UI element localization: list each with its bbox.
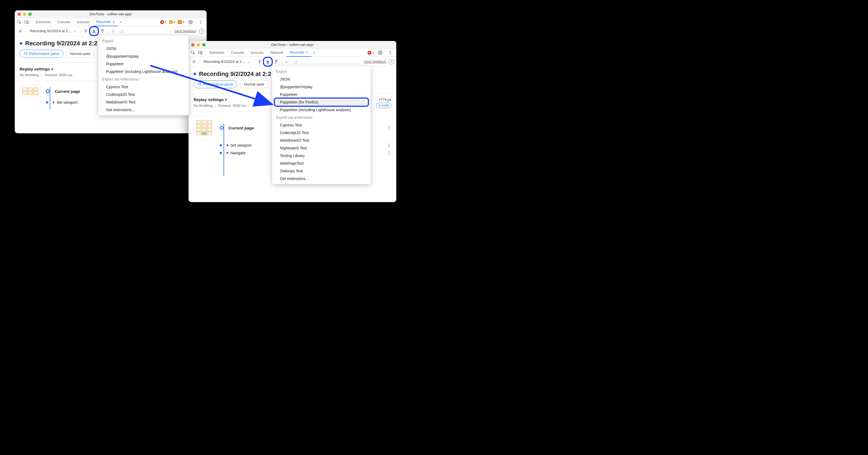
export-cypress[interactable]: Cypress Test <box>272 121 371 129</box>
export-json[interactable]: JSON <box>98 45 189 53</box>
export-codecept[interactable]: CodeceptJS Test <box>98 91 189 98</box>
export-menu-header: Export <box>98 37 189 45</box>
export-webdriverio[interactable]: WebdriverIO Test <box>272 136 371 144</box>
warning-count-badge[interactable]: ▲4 <box>169 20 176 24</box>
export-json[interactable]: JSON <box>272 75 371 83</box>
performance-panel-button[interactable]: Performance panel <box>20 50 63 58</box>
recording-indicator-icon <box>20 42 23 45</box>
replay-icon[interactable] <box>110 28 117 34</box>
export-menu[interactable]: Export JSON @puppeteer/replay Puppeteer … <box>272 66 371 184</box>
step-icon[interactable] <box>118 28 125 34</box>
export-codecept[interactable]: CodeceptJS Test <box>272 129 371 136</box>
new-recording-icon[interactable] <box>17 28 24 34</box>
kebab-menu-icon[interactable] <box>197 19 204 26</box>
step-navigate[interactable]: Navigate <box>227 151 245 155</box>
timeline-dot-icon <box>220 144 222 147</box>
tab-sources[interactable]: Sources <box>73 18 93 26</box>
delete-icon[interactable] <box>99 28 105 34</box>
close-tab-icon[interactable]: × <box>113 20 115 24</box>
delete-icon[interactable] <box>273 59 279 65</box>
export-puppeteer-lighthouse[interactable]: Puppeteer (including Lighthouse analysis… <box>98 68 189 75</box>
tab-recorder[interactable]: Recorder × <box>93 18 118 26</box>
export-puppeteer[interactable]: Puppeteer <box>98 60 189 68</box>
show-code-button[interactable]: w code <box>376 103 391 108</box>
export-cypress[interactable]: Cypress Test <box>98 83 189 91</box>
performance-panel-button[interactable]: Performance panel <box>193 80 237 88</box>
speed-select[interactable]: Normal spee <box>66 50 95 58</box>
help-icon[interactable]: ? <box>389 59 394 64</box>
window-titlebar: DevTools - coffee-cart.app/ <box>15 10 207 18</box>
export-nightwatch[interactable]: Nightwatch Test <box>272 144 371 152</box>
new-recording-icon[interactable] <box>191 59 197 65</box>
export-menu[interactable]: Export JSON @puppeteer/replay Puppeteer … <box>98 35 189 115</box>
step-menu-icon[interactable] <box>386 143 391 148</box>
step-menu-icon[interactable] <box>386 125 391 130</box>
export-puppeteer-firefox[interactable]: Puppeteer (for Firefox) <box>272 98 371 106</box>
timeline-dot-icon <box>220 126 223 130</box>
export-webdriverio[interactable]: WebdriverIO Test <box>98 98 189 106</box>
step-set-viewport[interactable]: Set viewport <box>227 143 251 148</box>
gauge-icon <box>197 83 202 86</box>
tab-elements[interactable]: Elements <box>33 18 54 26</box>
send-feedback-link[interactable]: Send feedback <box>364 60 386 64</box>
settings-gear-icon[interactable] <box>187 19 194 26</box>
export-get-extensions[interactable]: Get extensions… <box>98 106 189 113</box>
replay-settings-header[interactable]: Replay settings <box>193 97 246 102</box>
error-count-badge[interactable]: ✕1 <box>160 20 166 24</box>
export-webpagetest[interactable]: WebPageTest <box>272 160 371 167</box>
tab-sources[interactable]: Sources <box>247 48 267 57</box>
kebab-menu-icon[interactable] <box>386 49 394 56</box>
recording-select-label: Recording 9/2/2024 at 2:… <box>30 29 72 33</box>
export-puppeteer[interactable]: Puppeteer <box>272 91 371 98</box>
export-ext-header: Export via extensions <box>272 113 371 121</box>
tab-recorder[interactable]: Recorder × <box>286 48 312 57</box>
tab-console[interactable]: Console <box>228 48 247 57</box>
help-icon[interactable]: ? <box>199 28 205 34</box>
step-menu-icon[interactable] <box>386 151 391 155</box>
import-icon[interactable] <box>83 28 89 34</box>
tab-console[interactable]: Console <box>54 18 73 26</box>
step-current-page[interactable]: Current page <box>55 89 80 94</box>
speed-select-label: Normal spee <box>70 52 90 56</box>
inspect-icon[interactable] <box>190 49 197 56</box>
export-puppeteer-replay[interactable]: @puppeteer/replay <box>98 53 189 60</box>
expand-icon <box>225 98 227 101</box>
export-puppeteer-lighthouse[interactable]: Puppeteer (including Lighthouse analysis… <box>272 106 371 113</box>
export-testing-library[interactable]: Testing Library <box>272 152 371 160</box>
device-toolbar-icon[interactable] <box>23 19 30 26</box>
speed-select[interactable]: Normal spee <box>240 80 268 88</box>
device-toolbar-icon[interactable] <box>197 49 204 56</box>
export-owloops[interactable]: Owloops Test <box>272 167 371 175</box>
timeline-dot-icon <box>220 152 222 154</box>
send-feedback-link[interactable]: Send feedback <box>174 29 196 33</box>
import-icon[interactable] <box>256 59 263 65</box>
tab-recorder-label: Recorder <box>290 50 304 54</box>
error-count-badge[interactable]: ✕1 <box>368 51 374 55</box>
recording-select[interactable]: Recording 9/2/2024 at 2:… ⌄ <box>202 60 252 64</box>
tab-elements[interactable]: Elements <box>206 48 228 57</box>
expand-icon <box>227 144 229 147</box>
more-tabs-icon[interactable]: » <box>312 51 317 55</box>
close-tab-icon[interactable]: × <box>306 50 308 55</box>
step-current-page[interactable]: Current page <box>228 126 254 130</box>
replay-settings-summary: No throttling | Timeout: 5000 ms <box>193 103 246 108</box>
window-titlebar: DevTools - coffee-cart.app/ <box>189 41 396 48</box>
export-puppeteer-replay[interactable]: @puppeteer/replay <box>272 83 371 91</box>
step-set-viewport[interactable]: Set viewport <box>53 100 78 105</box>
issues-count-badge[interactable]: ■3 <box>178 20 184 24</box>
export-get-extensions[interactable]: Get extensions… <box>272 175 371 183</box>
chevron-down-icon: ⌄ <box>73 29 76 33</box>
export-icon[interactable] <box>91 28 97 34</box>
more-tabs-icon[interactable]: » <box>118 20 123 24</box>
step-thumbnail <box>193 116 215 140</box>
tab-network[interactable]: Network <box>267 48 287 57</box>
replay-icon[interactable] <box>284 59 290 65</box>
step-icon[interactable] <box>292 59 299 65</box>
recording-indicator-icon <box>193 73 196 75</box>
export-icon[interactable] <box>265 59 271 65</box>
settings-gear-icon[interactable] <box>377 49 384 56</box>
recording-select-label: Recording 9/2/2024 at 2:… <box>204 60 246 64</box>
step-thumbnail <box>20 85 41 98</box>
inspect-icon[interactable] <box>16 19 23 26</box>
recording-select[interactable]: Recording 9/2/2024 at 2:… ⌄ <box>28 29 78 33</box>
